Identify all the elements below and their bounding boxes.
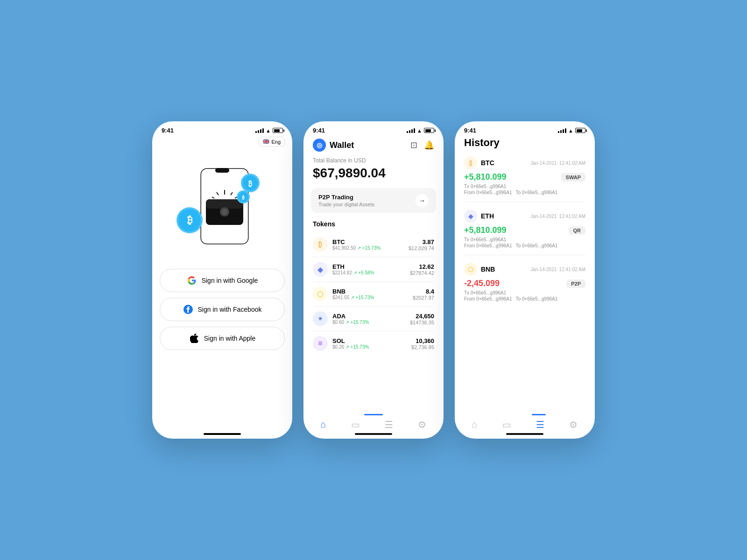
history-item-bnb[interactable]: ⬡ BNB Jan-14-2021 12:41:02 AM -2,45.099 … [464, 263, 585, 308]
sol-price: $0.26 ↗ +15.73% [332, 344, 369, 350]
time-2: 9:41 [313, 127, 325, 134]
nav-card-h[interactable]: ▭ [502, 419, 511, 430]
home-indicator-1 [204, 433, 241, 435]
wallet-title-row: ◎ Wallet [313, 139, 354, 152]
history-bnb-amount: -2,45.099 [464, 279, 500, 288]
nav-home[interactable]: ⌂ [321, 419, 326, 430]
bottom-nav-history: ⌂ ▭ ☰ ⚙ [455, 419, 595, 430]
history-screen: 9:41 ▲ History ₿ BTC Jan-14-2021 12:41:0… [455, 121, 595, 439]
time-1: 9:41 [162, 127, 174, 134]
tokens-section: Tokens ₿ BTC $41,902.50 ↗ +15.73% 3.87 $… [303, 220, 444, 356]
status-bar-2: 9:41 ▲ [303, 121, 444, 137]
battery-icon-3 [575, 128, 585, 133]
eth-name: ETH [332, 263, 374, 270]
bnb-price: $241.55 ↗ +15.73% [332, 295, 374, 300]
bottom-nav-wallet: ⌂ ▭ ☰ ⚙ [303, 419, 444, 430]
sol-amount: 10,360 [411, 337, 434, 344]
p2p-sub: Trade your digital Assets [318, 202, 374, 207]
token-row-sol[interactable]: ≡ SOL $0.26 ↗ +15.73% 10,360 $2,736.85 [313, 331, 434, 356]
nav-doc[interactable]: ☰ [385, 419, 393, 430]
history-btc-tx: Tx 0×66e5...g996A1 [464, 184, 585, 189]
status-bar-1: 9:41 ▲ [152, 121, 292, 137]
history-btc-badge: SWAP [561, 173, 585, 182]
nav-active-indicator [364, 414, 383, 415]
btc-amount: 3.87 [409, 238, 434, 245]
eth-amount: 12.62 [410, 263, 434, 270]
signal-icon-3 [558, 128, 566, 133]
p2p-arrow[interactable]: → [416, 194, 429, 207]
facebook-signin-label: Sign in with Facebook [198, 306, 262, 313]
wifi-icon-3: ▲ [568, 128, 573, 133]
language-button[interactable]: 🇬🇧 Eng [259, 137, 285, 147]
wallet-title: Wallet [330, 140, 354, 150]
history-bnb-tx: Tx 0×66e5...g996A1 [464, 290, 585, 295]
signal-icon-2 [407, 128, 415, 133]
facebook-signin-button[interactable]: Sign in with Facebook [160, 298, 285, 321]
battery-icon-1 [273, 128, 283, 133]
svg-point-6 [222, 209, 227, 215]
flag-icon: 🇬🇧 [263, 139, 269, 145]
google-signin-label: Sign in with Google [202, 277, 258, 284]
btc-icon: ₿ [313, 237, 328, 252]
bnb-value: $2027.97 [413, 295, 434, 301]
history-btc-name: BTC [481, 159, 494, 167]
balance-section: Total Balance in USD $67,9890.04 [303, 157, 444, 188]
history-eth-icon: ◆ [464, 210, 477, 223]
history-btc-icon: ₿ [464, 156, 477, 169]
lang-label: Eng [271, 139, 281, 145]
nav-doc-h[interactable]: ☰ [536, 419, 544, 430]
ada-amount: 24,650 [410, 313, 434, 320]
history-title: History [464, 137, 585, 149]
token-row-btc[interactable]: ₿ BTC $41,902.50 ↗ +15.73% 3.87 $12,029.… [313, 232, 434, 257]
history-bnb-from-to: From 0×66e5...g996A1 To 0×66e5...g996A1 [464, 296, 585, 301]
nav-settings-h[interactable]: ⚙ [569, 419, 578, 430]
p2p-title: P2P Trading [318, 194, 374, 201]
p2p-text: P2P Trading Trade your digital Assets [318, 194, 374, 207]
battery-icon-2 [424, 128, 434, 133]
bnb-amount: 8.4 [413, 288, 434, 295]
wifi-icon-2: ▲ [417, 128, 422, 133]
home-indicator-3 [506, 433, 543, 435]
btc-value: $12,029.74 [409, 245, 434, 251]
tokens-label: Tokens [313, 220, 434, 228]
nav-active-indicator-h [532, 414, 546, 415]
header-icons: ⊡ 🔔 [410, 140, 434, 150]
illustration-svg: ₿ ₿ ₿ [176, 155, 269, 258]
scan-icon[interactable]: ⊡ [410, 140, 417, 150]
history-item-btc[interactable]: ₿ BTC Jan-14-2021 12:41:02 AM +5,810.099… [464, 156, 585, 202]
wallet-header: ◎ Wallet ⊡ 🔔 [303, 137, 444, 157]
svg-text:₿: ₿ [248, 180, 252, 188]
svg-rect-2 [215, 168, 229, 173]
balance-label: Total Balance in USD [313, 157, 434, 164]
bnb-name: BNB [332, 288, 374, 295]
status-bar-3: 9:41 ▲ [455, 121, 595, 137]
bell-icon[interactable]: 🔔 [424, 140, 434, 150]
balance-amount: $67,9890.04 [313, 166, 434, 181]
history-bnb-name: BNB [481, 266, 495, 273]
status-icons-3: ▲ [558, 128, 585, 133]
history-bnb-date: Jan-14-2021 12:41:02 AM [530, 267, 585, 272]
history-bnb-badge: P2P [566, 280, 585, 288]
token-row-eth[interactable]: ◆ ETH $2214.82 ↗ +5.58% 12.62 $27874.42 [313, 257, 434, 282]
apple-signin-button[interactable]: Sign in with Apple [160, 327, 285, 350]
wallet-logo: ◎ [313, 139, 326, 152]
nav-settings[interactable]: ⚙ [418, 419, 426, 430]
p2p-card[interactable]: P2P Trading Trade your digital Assets → [311, 188, 436, 213]
eth-price: $2214.82 ↗ +5.58% [332, 270, 374, 275]
history-item-eth[interactable]: ◆ ETH Jan-14-2021 12:41:02 AM +5,810.099… [464, 210, 585, 255]
google-signin-button[interactable]: Sign in with Google [160, 269, 285, 292]
nav-home-h[interactable]: ⌂ [472, 419, 478, 430]
wallet-screen: 9:41 ▲ ◎ Wallet ⊡ 🔔 Total Balance in USD… [303, 121, 444, 439]
login-content: 🇬🇧 Eng [152, 137, 292, 356]
wifi-icon-1: ▲ [266, 128, 271, 133]
btc-price: $41,902.50 ↗ +15.73% [332, 245, 381, 251]
ada-value: $14736.35 [410, 320, 434, 325]
token-row-bnb[interactable]: ⬡ BNB $241.55 ↗ +15.73% 8.4 $2027.97 [313, 282, 434, 307]
eth-icon: ◆ [313, 262, 328, 277]
ada-name: ADA [332, 313, 369, 320]
history-btc-from-to: From 0×66e5...g996A1 To 0×66e5...g996A1 [464, 190, 585, 195]
ada-price: $0.60 ↗ +15.73% [332, 320, 369, 325]
nav-card[interactable]: ▭ [351, 419, 360, 430]
wallet-illustration: ₿ ₿ ₿ [176, 155, 269, 258]
token-row-ada[interactable]: ✳ ADA $0.60 ↗ +15.73% 24,650 $14736.35 [313, 307, 434, 331]
